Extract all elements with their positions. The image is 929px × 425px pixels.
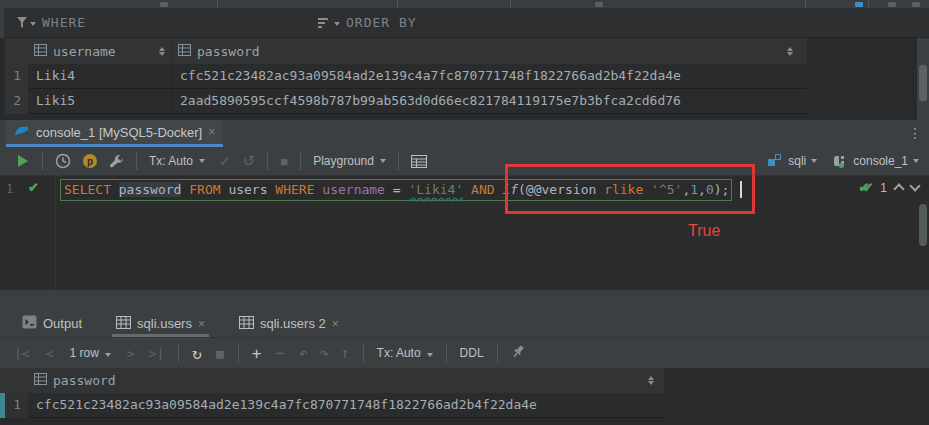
- prev-page-icon[interactable]: <: [46, 346, 54, 361]
- line-number: 1: [6, 182, 13, 196]
- splitter[interactable]: [0, 290, 929, 310]
- sql-token: 'Liki4': [408, 182, 463, 197]
- sql-token: =: [385, 182, 408, 197]
- ddl-button[interactable]: DDL: [460, 346, 484, 360]
- parameters-icon[interactable]: p: [83, 150, 97, 172]
- tab-sqli-users[interactable]: sqli.users ×: [106, 310, 215, 337]
- bottom-result-grid: password 1 cfc521c23482ac93a09584ad2e139…: [0, 368, 929, 425]
- sql-token: [463, 182, 471, 197]
- revert-icon[interactable]: ↶: [298, 344, 307, 362]
- run-button[interactable]: [18, 150, 28, 172]
- page-size-dropdown[interactable]: 1 row: [69, 346, 110, 360]
- cell-username[interactable]: Liki4: [28, 64, 172, 89]
- tx-mode-dropdown[interactable]: Tx: Auto: [377, 346, 433, 360]
- statement-success-check-icon[interactable]: ✔: [28, 180, 39, 195]
- row-number: 1: [5, 64, 28, 89]
- console-toolbar: p Tx: Auto ✓ ↺ ■ Playground sqli: [0, 147, 929, 176]
- rollback-icon[interactable]: ↺: [243, 150, 256, 172]
- grid-corner: [5, 38, 28, 64]
- cell-username[interactable]: Liki5: [28, 89, 172, 114]
- delete-row-icon[interactable]: −: [275, 344, 284, 362]
- session-icon: [833, 154, 848, 168]
- tab-label: sqli.users: [137, 316, 192, 331]
- cell-password[interactable]: cfc521c23482ac93a09584ad2e139c4a7fc87077…: [28, 393, 664, 418]
- sql-token: username: [322, 182, 385, 197]
- filter-row: WHERE ORDER BY: [0, 8, 929, 38]
- row-number: 1: [5, 393, 28, 418]
- cell-password[interactable]: 2aad5890595ccf4598b787b99ab563d0d66ec821…: [172, 89, 807, 114]
- sql-token: [111, 182, 119, 197]
- output-console-icon: [22, 315, 37, 332]
- inspection-widget[interactable]: ✔✔ 1: [859, 180, 919, 195]
- sql-token: FROM: [189, 182, 220, 197]
- column-header-password[interactable]: password: [28, 368, 664, 393]
- settings-wrench-icon[interactable]: [109, 150, 124, 172]
- tab-sqli-users-2[interactable]: sqli.users 2 ×: [229, 310, 349, 337]
- cutoff-icon: [160, 2, 168, 7]
- next-problem-icon[interactable]: [909, 180, 920, 191]
- stop-icon[interactable]: ■: [216, 346, 224, 361]
- tx-mode-dropdown[interactable]: Tx: Auto: [149, 150, 205, 172]
- column-header-label: password: [197, 44, 260, 59]
- prev-problem-icon[interactable]: [893, 183, 904, 194]
- add-row-icon[interactable]: +: [252, 344, 262, 363]
- cutoff-icon: [855, 2, 863, 7]
- first-page-icon[interactable]: |<: [14, 346, 30, 361]
- session-selector[interactable]: console_1: [833, 150, 919, 172]
- column-header-password[interactable]: password: [172, 38, 807, 64]
- bottom-tabbar: Output sqli.users × sqli.users 2 ×: [0, 310, 929, 337]
- filter-funnel-chevron-icon[interactable]: [30, 22, 36, 26]
- sql-token: users: [228, 182, 267, 197]
- commit-icon[interactable]: ✓: [219, 150, 231, 172]
- order-by-lines-icon[interactable]: [318, 17, 332, 32]
- submit-icon[interactable]: ↑: [341, 344, 350, 362]
- kebab-menu-icon[interactable]: ⋮: [908, 125, 922, 141]
- cell-password[interactable]: cfc521c23482ac93a09584ad2e139c4a7fc87077…: [172, 64, 807, 89]
- sql-token: AND: [471, 182, 494, 197]
- column-icon: [178, 44, 191, 59]
- schema-selector[interactable]: sqli: [768, 150, 817, 172]
- grid-corner: [0, 368, 28, 393]
- reload-icon[interactable]: ↻: [192, 344, 202, 363]
- close-icon[interactable]: ×: [208, 125, 215, 139]
- grid-toolbar: |< < 1 row > >| ↻ ■ + − ↶ ↷ ↑ Tx: Auto D…: [0, 337, 929, 368]
- tab-console-1[interactable]: console_1 [MySQL5-Docker] ×: [6, 120, 223, 147]
- close-icon[interactable]: ×: [198, 317, 205, 331]
- scrollbar-thumb[interactable]: [919, 65, 927, 101]
- tab-output[interactable]: Output: [12, 310, 92, 337]
- close-icon[interactable]: ×: [332, 317, 339, 331]
- inspections-ok-icon: ✔✔: [859, 180, 867, 195]
- stop-icon[interactable]: ■: [280, 150, 288, 172]
- redo-icon[interactable]: ↷: [319, 344, 328, 362]
- pin-icon[interactable]: [511, 344, 526, 362]
- last-page-icon[interactable]: >|: [149, 346, 165, 361]
- order-by-chevron-icon[interactable]: [334, 22, 340, 26]
- where-filter-input[interactable]: WHERE: [42, 15, 86, 30]
- schema-icon: [768, 154, 782, 168]
- history-icon[interactable]: [55, 150, 71, 172]
- sort-indicator-icon[interactable]: [159, 47, 165, 56]
- filter-funnel-icon[interactable]: [16, 16, 30, 32]
- tab-title: console_1 [MySQL5-Docker]: [36, 125, 202, 140]
- vertical-scrollbar[interactable]: [917, 38, 929, 120]
- annotation-red-box: [505, 164, 755, 214]
- order-by-filter-input[interactable]: ORDER BY: [346, 15, 417, 30]
- column-icon: [34, 373, 47, 388]
- playground-dropdown[interactable]: Playground: [313, 150, 386, 172]
- column-header-label: username: [53, 44, 116, 59]
- cutoff-icon: [595, 2, 603, 7]
- row-number: 2: [5, 89, 28, 114]
- console-tabbar: console_1 [MySQL5-Docker] × ⋮: [0, 120, 929, 147]
- sort-indicator-icon[interactable]: [787, 47, 793, 56]
- column-icon: [34, 44, 47, 59]
- table-grid-icon: [116, 316, 131, 332]
- column-header-username[interactable]: username: [28, 38, 172, 64]
- sql-editor[interactable]: 1 ✔ SELECT password FROM users WHERE use…: [0, 176, 929, 290]
- next-page-icon[interactable]: >: [127, 346, 135, 361]
- results-grid: username password 1 Liki4 cfc521c23482ac…: [0, 38, 929, 120]
- editor-scrollbar-thumb[interactable]: [919, 204, 927, 246]
- sort-indicator-icon[interactable]: [648, 376, 654, 385]
- sql-token: password: [119, 182, 182, 197]
- execute-in-grid-icon[interactable]: [411, 150, 427, 172]
- tab-label: Output: [43, 316, 82, 331]
